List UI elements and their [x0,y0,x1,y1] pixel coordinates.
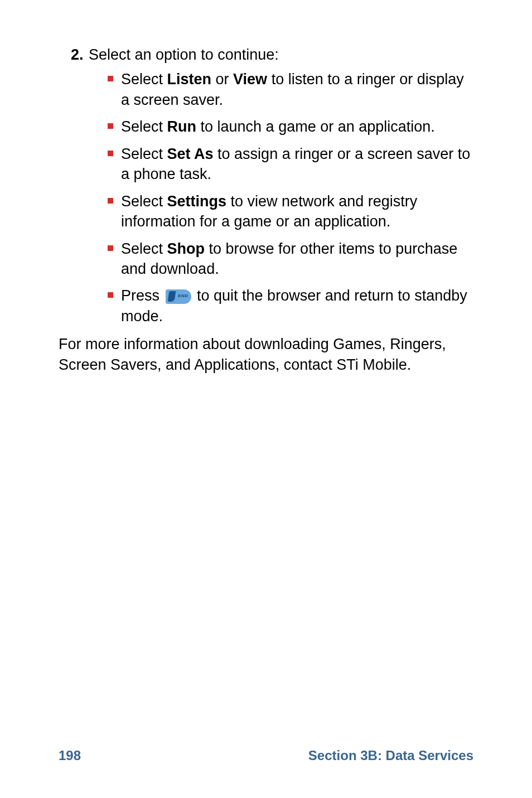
square-bullet-icon [108,245,113,251]
bullet-item: Select Listen or View to listen to a rin… [108,69,473,110]
step-text: Select an option to continue: [89,45,473,65]
closing-paragraph: For more information about downloading G… [59,334,473,375]
end-key-icon [166,289,191,304]
bullet-item: Select Shop to browse for other items to… [108,239,473,279]
section-label: Section 3B: Data Services [308,748,473,763]
bullet-text: Select Listen or View to listen to a rin… [121,69,473,110]
square-bullet-icon [108,292,113,298]
bullet-text: Select Set As to assign a ringer or a sc… [121,144,473,185]
bullet-item: Select Settings to view network and regi… [108,191,473,232]
page-footer: 198 Section 3B: Data Services [59,748,473,763]
bullet-text: Select Settings to view network and regi… [121,191,473,232]
square-bullet-icon [108,76,113,81]
bullet-item: Press to quit the browser and return to … [108,286,473,326]
bullet-text: Press to quit the browser and return to … [121,286,473,326]
square-bullet-icon [108,198,113,204]
bullet-text: Select Run to launch a game or an applic… [121,117,473,137]
square-bullet-icon [108,123,113,129]
numbered-step: 2. Select an option to continue: [59,45,473,65]
bullet-list: Select Listen or View to listen to a rin… [108,69,473,326]
bullet-text: Select Shop to browse for other items to… [121,239,473,279]
square-bullet-icon [108,151,113,156]
bullet-item: Select Run to launch a game or an applic… [108,117,473,137]
step-number: 2. [59,45,89,65]
bullet-item: Select Set As to assign a ringer or a sc… [108,144,473,185]
page-content: 2. Select an option to continue: Select … [59,45,473,375]
page-number: 198 [59,748,81,763]
